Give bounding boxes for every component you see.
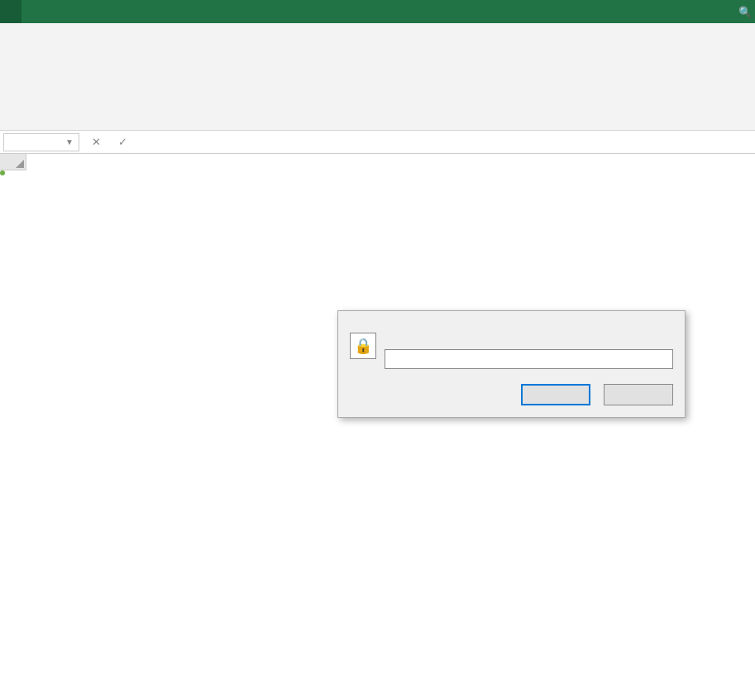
chevron-down-icon[interactable]: ▼ <box>65 137 74 146</box>
cancel-edit-icon[interactable]: ✕ <box>83 133 109 151</box>
dialog-title <box>338 311 685 324</box>
password-input[interactable] <box>385 349 673 369</box>
name-box[interactable]: ▼ <box>3 133 79 151</box>
unlock-range-dialog: 🔒 <box>337 310 686 418</box>
formula-input[interactable] <box>162 133 755 151</box>
select-all-corner[interactable] <box>0 154 26 170</box>
lock-icon: 🔒 <box>350 333 376 359</box>
fx-icon[interactable] <box>136 133 162 151</box>
search-icon[interactable]: 🔍 <box>734 6 755 18</box>
ok-button[interactable] <box>521 384 590 405</box>
table-border <box>0 170 5 175</box>
cancel-button[interactable] <box>604 384 673 405</box>
formula-bar: ▼ ✕ ✓ <box>0 131 755 154</box>
tab-file[interactable] <box>0 0 22 23</box>
menu-tabs: 🔍 <box>0 0 755 23</box>
ribbon <box>0 23 755 131</box>
worksheet[interactable] <box>0 154 755 170</box>
confirm-edit-icon[interactable]: ✓ <box>109 133 136 151</box>
